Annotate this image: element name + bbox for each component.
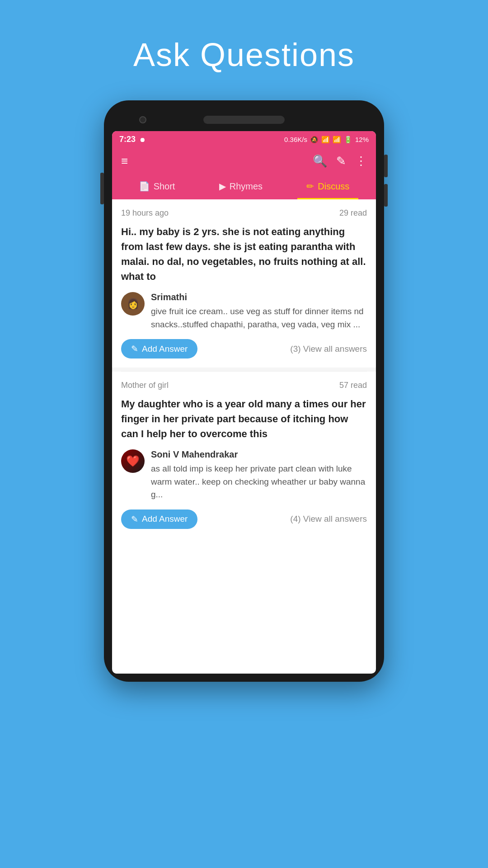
answer-content: Soni V Mahendrakar as all told imp is ke… — [151, 449, 367, 501]
add-answer-button[interactable]: ✎ Add Answer — [121, 339, 197, 359]
card-actions: ✎ Add Answer (3) View all answers — [121, 339, 367, 359]
phone-top-bar — [112, 108, 376, 131]
tab-discuss[interactable]: ✏ Discuss — [297, 175, 358, 199]
phone-speaker — [203, 116, 285, 124]
hamburger-menu-button[interactable]: ≡ — [121, 154, 128, 168]
rhymes-tab-icon: ▶ — [219, 181, 226, 192]
tabs-bar: 📄 Short ▶ Rhymes ✏ Discuss — [112, 175, 376, 199]
search-button[interactable]: 🔍 — [313, 154, 327, 168]
status-bar: 7:23 ⏺ 0.36K/s 🔕 📶 📶 🔋 12% — [112, 131, 376, 148]
question-text: Hi.. my baby is 2 yrs. she is not eating… — [121, 224, 367, 284]
rhymes-tab-label: Rhymes — [230, 181, 263, 192]
card-meta: 19 hours ago 29 read — [121, 208, 367, 218]
card-meta: Mother of girl 57 read — [121, 381, 367, 390]
discuss-tab-label: Discuss — [318, 181, 349, 192]
app-header: ≡ 🔍 ✎ ⋮ — [112, 148, 376, 175]
volume-down-button — [384, 184, 388, 207]
add-answer-label: Add Answer — [142, 344, 188, 354]
question-text: My daughter who is a year old many a tim… — [121, 396, 367, 441]
question-card: 19 hours ago 29 read Hi.. my baby is 2 y… — [112, 199, 376, 368]
pencil-icon: ✎ — [131, 514, 138, 524]
content-area: 19 hours ago 29 read Hi.. my baby is 2 y… — [112, 199, 376, 538]
question-timestamp: 19 hours ago — [121, 208, 169, 218]
phone-frame: 7:23 ⏺ 0.36K/s 🔕 📶 📶 🔋 12% ≡ 🔍 ✎ ⋮ — [104, 100, 384, 682]
answer-text: give fruit ice cream.. use veg as stuff … — [151, 305, 367, 331]
answerer-name: Soni V Mahendrakar — [151, 449, 367, 460]
battery-icon: 🔋 — [344, 136, 352, 144]
answer-text: as all told imp is keep her private part… — [151, 462, 367, 501]
status-left: 7:23 ⏺ — [119, 135, 145, 144]
card-actions: ✎ Add Answer (4) View all answers — [121, 509, 367, 529]
view-all-answers-link[interactable]: (3) View all answers — [290, 344, 367, 354]
phone-screen: 7:23 ⏺ 0.36K/s 🔕 📶 📶 🔋 12% ≡ 🔍 ✎ ⋮ — [112, 131, 376, 674]
add-answer-button[interactable]: ✎ Add Answer — [121, 509, 197, 529]
phone-camera — [139, 116, 146, 123]
network-speed: 0.36K/s — [284, 136, 307, 143]
tab-rhymes[interactable]: ▶ Rhymes — [210, 175, 272, 199]
add-answer-label: Add Answer — [142, 514, 188, 524]
answer-preview: 👩 Srimathi give fruit ice cream.. use ve… — [121, 292, 367, 331]
mute-icon: 🔕 — [310, 136, 319, 144]
answer-content: Srimathi give fruit ice cream.. use veg … — [151, 292, 367, 331]
question-card: Mother of girl 57 read My daughter who i… — [112, 372, 376, 538]
short-tab-icon: 📄 — [139, 181, 150, 192]
read-count: 57 read — [339, 381, 367, 390]
edit-button[interactable]: ✎ — [336, 154, 346, 168]
header-icons: 🔍 ✎ ⋮ — [313, 154, 367, 168]
avatar: 👩 — [121, 292, 145, 316]
avatar: ❤️ — [121, 449, 145, 473]
power-button — [100, 173, 104, 204]
pencil-icon: ✎ — [131, 344, 138, 354]
tab-short[interactable]: 📄 Short — [130, 175, 184, 199]
wifi-icon: 📶 — [321, 136, 330, 144]
heart-avatar-icon: ❤️ — [126, 455, 140, 467]
volume-up-button — [384, 155, 388, 177]
read-count: 29 read — [339, 208, 367, 218]
discuss-tab-icon: ✏ — [306, 181, 314, 192]
battery-percent: 12% — [355, 136, 369, 143]
record-icon: ⏺ — [139, 136, 145, 143]
answerer-name: Srimathi — [151, 292, 367, 302]
answer-preview: ❤️ Soni V Mahendrakar as all told imp is… — [121, 449, 367, 501]
view-all-answers-link[interactable]: (4) View all answers — [290, 514, 367, 524]
more-options-button[interactable]: ⋮ — [355, 154, 367, 168]
short-tab-label: Short — [154, 181, 175, 192]
status-time: 7:23 — [119, 135, 136, 144]
signal-icon: 📶 — [333, 136, 341, 144]
question-author: Mother of girl — [121, 381, 169, 390]
status-right: 0.36K/s 🔕 📶 📶 🔋 12% — [284, 136, 369, 144]
page-title: Ask Questions — [133, 36, 355, 73]
